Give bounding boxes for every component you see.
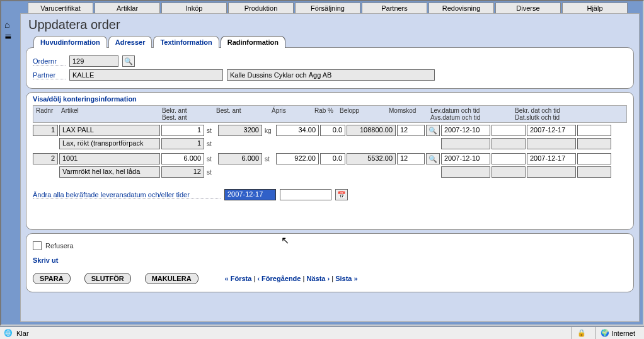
cell-bekr-date[interactable]: 2007-12-17: [527, 125, 576, 136]
bottom-panel: Refusera Skriv ut SPARA SLUTFÖR MAKULERA…: [26, 233, 634, 292]
cell-best-unit: st: [263, 156, 275, 163]
tab-textinformation[interactable]: Textinformation: [153, 36, 219, 48]
cell-sub-artikel: Lax, rökt (transportförpack: [59, 138, 160, 149]
partner-code-field[interactable]: KALLE: [69, 69, 223, 81]
cell-belopp: 108800.00: [347, 125, 396, 136]
momskod-search-button[interactable]: 🔍: [426, 125, 440, 136]
status-bar: 🌐 Klar 🔒 🌍 Internet: [0, 326, 644, 339]
th-bekr: Bekr. dat och tid Dat.slutk och tid: [512, 106, 597, 122]
tab-adresser[interactable]: Adresser: [108, 36, 152, 48]
cell-momskod[interactable]: 12: [397, 153, 425, 164]
nav-forsaljning[interactable]: Försäljning: [295, 3, 360, 13]
pager-next[interactable]: Nästa ›: [306, 275, 330, 282]
nav-redovisning[interactable]: Redovisning: [428, 3, 494, 13]
side-icons: ⌂ ≣: [4, 20, 20, 43]
skriv-ut-link[interactable]: Skriv ut: [33, 256, 58, 264]
th-best-ant: Best. ant: [214, 106, 258, 122]
nav-inkop[interactable]: Inköp: [161, 3, 227, 13]
cell-artikel[interactable]: 1001: [59, 153, 160, 164]
nav-artiklar[interactable]: Artiklar: [95, 3, 160, 13]
nav-produktion[interactable]: Produktion: [228, 3, 294, 13]
cell-avs-date[interactable]: [441, 166, 490, 178]
cell-belopp: 5532.00: [347, 153, 396, 164]
cell-bekr-date[interactable]: 2007-12-17: [527, 153, 576, 164]
refusera-checkbox[interactable]: [33, 241, 42, 250]
cell-bekr-time[interactable]: [577, 125, 611, 136]
pager-last[interactable]: Sista »: [335, 275, 357, 282]
cell-rab[interactable]: 0.0: [320, 153, 345, 164]
partner-name-field: Kalle Dussins Cyklar och Ägg AB: [227, 69, 435, 81]
momskod-search-button[interactable]: 🔍: [426, 153, 440, 164]
calendar-icon: 📅: [337, 191, 346, 199]
cell-avs-date[interactable]: [441, 138, 490, 149]
slutfor-button[interactable]: SLUTFÖR: [84, 273, 131, 284]
zone-text: Internet: [612, 330, 635, 337]
cell-sub-unit: st: [205, 141, 217, 147]
bulk-change-label: Ändra alla bekräftade leveransdatum och/…: [33, 191, 221, 199]
cell-avs-time[interactable]: [492, 138, 526, 149]
nav-partners[interactable]: Partners: [362, 3, 427, 13]
th-rab: Rab %: [312, 106, 337, 122]
th-artikel: Artikel: [59, 106, 159, 122]
tab-radinformation[interactable]: Radinformation: [221, 36, 285, 48]
status-text: Klar: [16, 330, 29, 337]
table-header: Radnr Artikel Bekr. ant Best. ant Best. …: [33, 105, 627, 123]
makulera-button[interactable]: MAKULERA: [145, 273, 198, 284]
cell-bekr-ant[interactable]: 6.000: [161, 153, 204, 164]
pager-prev[interactable]: ‹ Föregående: [257, 275, 301, 282]
cell-momskod[interactable]: 12: [397, 125, 425, 136]
lock-icon: 🔒: [577, 329, 586, 337]
order-panel: Ordernr 129 🔍 Partner KALLE Kalle Dussin…: [26, 47, 634, 89]
cell-lev-time[interactable]: [492, 125, 526, 136]
cell-bekr-unit: st: [205, 127, 217, 134]
nav-hjalp[interactable]: Hjälp: [562, 3, 628, 13]
bulk-date-input[interactable]: 2007-12-17: [224, 189, 276, 200]
toggle-kontering-link[interactable]: Visa/dölj konteringsinformation: [33, 95, 627, 103]
cell-slutk-time[interactable]: [577, 166, 611, 178]
cell-slutk-date[interactable]: [527, 138, 576, 149]
cell-radnr: 2: [33, 153, 58, 164]
table-subrow: Varmrökt hel lax, hel låda 12 st: [33, 166, 627, 178]
cell-lev-date[interactable]: 2007-12-10: [441, 153, 490, 164]
cell-lev-time[interactable]: [492, 153, 526, 164]
cell-slutk-time[interactable]: [577, 138, 611, 149]
th-apris: Ápris: [269, 106, 312, 122]
cell-sub-bekr: 12: [161, 166, 204, 178]
search-icon: 🔍: [428, 155, 437, 163]
table-row: 1 LAX PALL 1 st 3200 kg 34.00 0.0 108800…: [33, 125, 627, 136]
cell-apris[interactable]: 34.00: [276, 125, 319, 136]
th-belopp: Belopp: [337, 106, 386, 122]
cell-bekr-unit: st: [205, 156, 217, 163]
cell-rab[interactable]: 0.0: [320, 125, 345, 136]
calendar-button[interactable]: 📅: [335, 189, 348, 200]
cell-radnr: 1: [33, 125, 58, 136]
home-icon[interactable]: ⌂: [4, 20, 20, 29]
pager: « Första | ‹ Föregående | Nästa › | Sist…: [225, 275, 358, 282]
cell-bekr-time[interactable]: [577, 153, 611, 164]
cell-bekr-ant[interactable]: 1: [161, 125, 204, 136]
cell-best-ant: 6.000: [218, 153, 262, 164]
menu-icon[interactable]: ≣: [4, 32, 20, 40]
th-radnr: Radnr: [33, 106, 59, 122]
table-row: 2 1001 6.000 st 6.000 st 922.00 0.0 5532…: [33, 153, 627, 164]
cell-apris[interactable]: 922.00: [276, 153, 319, 164]
ordernr-search-button[interactable]: 🔍: [122, 55, 135, 67]
lines-panel: Visa/dölj konteringsinformation Radnr Ar…: [26, 92, 634, 230]
tab-huvudinformation[interactable]: Huvudinformation: [33, 36, 107, 48]
th-bekr-ant: Bekr. ant Best. ant: [159, 106, 202, 122]
cell-lev-date[interactable]: 2007-12-10: [441, 125, 490, 136]
cell-artikel[interactable]: LAX PALL: [59, 125, 160, 136]
search-icon: 🔍: [428, 127, 437, 135]
th-lev: Lev.datum och tid Avs.datum och tid: [428, 106, 512, 122]
nav-varucertifikat[interactable]: Varucertifikat: [28, 3, 93, 13]
nav-diverse[interactable]: Diverse: [495, 3, 561, 13]
cell-slutk-date[interactable]: [527, 166, 576, 178]
cell-avs-time[interactable]: [492, 166, 526, 178]
pager-first[interactable]: « Första: [225, 275, 252, 282]
ordernr-field[interactable]: 129: [69, 55, 118, 67]
refusera-label: Refusera: [45, 242, 74, 250]
cell-sub-unit: st: [205, 169, 217, 176]
spara-button[interactable]: SPARA: [33, 273, 71, 284]
bulk-time-input[interactable]: [280, 189, 331, 200]
th-momskod: Momskod: [386, 106, 428, 122]
